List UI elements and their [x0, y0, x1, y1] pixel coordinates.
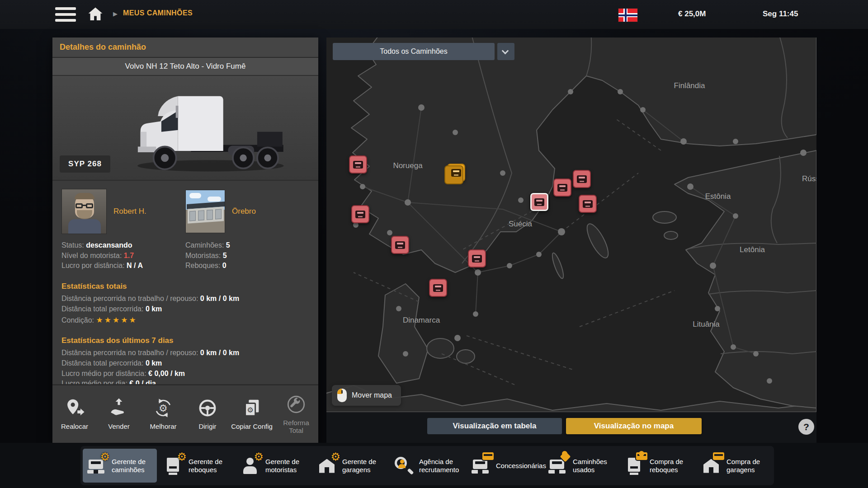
- condition-stars: ★★★★★: [96, 315, 137, 324]
- relocate-button[interactable]: Realocar: [52, 385, 97, 443]
- truck-marker-red[interactable]: [573, 170, 591, 188]
- credit-card-icon: [482, 452, 494, 460]
- trailer-manager-icon: ⚙: [163, 455, 184, 476]
- truck-manager-icon: ⚙: [86, 455, 107, 476]
- copy-config-button[interactable]: ⚙ Copiar Config: [230, 385, 274, 443]
- truck-icon: [355, 211, 365, 218]
- garage-photo: [185, 190, 225, 233]
- game-time: Seg 11:45: [763, 9, 798, 19]
- truck-filter-select[interactable]: Todos os Caminhões: [333, 43, 495, 60]
- drive-button[interactable]: Dirigir: [185, 385, 230, 443]
- truck-icon: [534, 198, 544, 206]
- gear-icon: ⚙: [100, 451, 110, 462]
- nav-truck-manager[interactable]: ⚙ Gerente de caminhões: [83, 449, 157, 483]
- truck-icon: [451, 169, 461, 177]
- garage-name[interactable]: Örebro: [232, 207, 256, 216]
- country-label: Rússia: [802, 174, 816, 183]
- credit-card-icon: [713, 452, 724, 460]
- country-label: Estônia: [705, 192, 731, 201]
- used-trucks-icon: [547, 455, 568, 476]
- driver-photo: [61, 189, 107, 234]
- truck-marker-selected[interactable]: [530, 193, 548, 211]
- truck-icon: [395, 241, 405, 249]
- full-repair-button[interactable]: Reforma Total: [274, 385, 318, 443]
- driver-card[interactable]: Robert H.: [61, 189, 185, 234]
- stats-total: Estatísticas totais Distância percorrida…: [52, 271, 318, 325]
- truck-action-bar: Realocar Vender ⚙ Melhorar: [52, 384, 318, 443]
- dealership-icon: [470, 455, 491, 476]
- license-plate: SYP 268: [60, 155, 110, 173]
- stats-total-title: Estatísticas totais: [61, 282, 309, 291]
- move-map-button[interactable]: Mover mapa: [332, 385, 401, 406]
- truck-marker-red[interactable]: [351, 205, 369, 223]
- truck-marker-red[interactable]: [579, 195, 597, 213]
- garage-purchase-icon: [701, 455, 722, 476]
- truck-icon: [353, 161, 363, 169]
- truck-icon: [583, 200, 593, 208]
- upgrade-button[interactable]: ⚙ Melhorar: [141, 385, 185, 443]
- truck-details-panel: Detalhes do caminhão Volvo NH 12 Teto Al…: [52, 38, 318, 443]
- driver-name[interactable]: Robert H.: [113, 207, 146, 216]
- truck-marker-red[interactable]: [553, 178, 571, 197]
- nav-dealerships[interactable]: Concessionárias: [467, 449, 541, 483]
- top-bar: ▶ MEUS CAMINHÕES € 25,0M Seg 11:45: [0, 0, 868, 29]
- country-label: Finlândia: [674, 81, 705, 90]
- truck-icon: [577, 175, 587, 183]
- map-footer: Visualização em tabela Visualização no m…: [326, 412, 816, 443]
- gear-icon: ⚙: [254, 451, 264, 462]
- map-view-button[interactable]: Visualização no mapa: [566, 418, 702, 434]
- garage-card[interactable]: Örebro: [185, 189, 309, 234]
- chevron-down-icon[interactable]: [497, 43, 514, 60]
- sell-button[interactable]: Vender: [97, 385, 141, 443]
- nav-trailer-purchase[interactable]: Compra de reboques: [621, 449, 695, 483]
- stats-week: Estatísticas dos últimos 7 dias Distânci…: [52, 325, 318, 389]
- recruitment-icon: [393, 455, 414, 476]
- menu-icon[interactable]: [55, 7, 76, 22]
- truck-icon: [472, 255, 482, 263]
- relocate-icon: [64, 398, 85, 418]
- truck-marker-red[interactable]: [391, 236, 409, 254]
- home-icon[interactable]: [87, 6, 104, 23]
- garage-info: Caminhões: 5 Motoristas: 5 Reboques: 0: [185, 240, 309, 271]
- copy-config-icon: ⚙: [241, 398, 262, 418]
- svg-text:⚙: ⚙: [247, 406, 254, 414]
- truck-marker-red[interactable]: [429, 279, 447, 297]
- country-label: Suécia: [509, 220, 532, 229]
- nav-garage-purchase[interactable]: Compra de garagens: [698, 449, 772, 483]
- notification-badge: [562, 451, 567, 456]
- table-view-button[interactable]: Visualização em tabela: [427, 418, 562, 434]
- truck-marker-orange[interactable]: [447, 164, 465, 182]
- notification-badge: [639, 451, 644, 456]
- gear-icon: ⚙: [177, 451, 187, 462]
- nav-garage-manager[interactable]: ⚙ Gerente de garagens: [313, 449, 387, 483]
- norway-flag-icon: [618, 9, 637, 22]
- map-background: [326, 38, 816, 412]
- country-label: Noruega: [393, 161, 422, 170]
- country-label: Dinamarca: [403, 316, 440, 325]
- truck-preview: SYP 268: [52, 76, 318, 181]
- nav-trailer-manager[interactable]: ⚙ Gerente de reboques: [160, 449, 234, 483]
- sell-icon: [108, 398, 129, 418]
- truck-marker-red[interactable]: [349, 155, 367, 174]
- mouse-icon: [337, 389, 347, 402]
- nav-recruitment-agency[interactable]: Agência de recrutamento: [390, 449, 464, 483]
- breadcrumb[interactable]: MEUS CAMINHÕES: [123, 9, 193, 17]
- country-label: Letônia: [740, 245, 765, 254]
- gear-icon: ⚙: [330, 451, 340, 462]
- bottom-nav: ⚙ Gerente de caminhões ⚙ Gerente de rebo…: [0, 443, 868, 488]
- driver-info: Status: descansando Nível do motorista: …: [61, 240, 185, 271]
- ets2-fleet-screen: ▶ MEUS CAMINHÕES € 25,0M Seg 11:45 Detal…: [0, 0, 868, 488]
- fleet-map[interactable]: Finlândia Noruega Suécia Estônia Letônia…: [326, 38, 816, 412]
- driver-manager-icon: ⚙: [240, 455, 260, 476]
- player-money: € 25,0M: [678, 9, 706, 19]
- trailer-purchase-icon: [624, 455, 645, 476]
- svg-text:⚙: ⚙: [159, 403, 168, 414]
- truck-marker-red[interactable]: [468, 249, 486, 267]
- breadcrumb-arrow-icon: ▶: [113, 10, 118, 17]
- help-button[interactable]: ?: [798, 419, 814, 435]
- truck-icon: [433, 284, 443, 292]
- truck-icon: [557, 184, 567, 192]
- nav-driver-manager[interactable]: ⚙ Gerente de motoristas: [236, 449, 311, 483]
- drive-icon: [197, 398, 218, 418]
- nav-used-trucks[interactable]: Caminhões usados: [544, 449, 618, 483]
